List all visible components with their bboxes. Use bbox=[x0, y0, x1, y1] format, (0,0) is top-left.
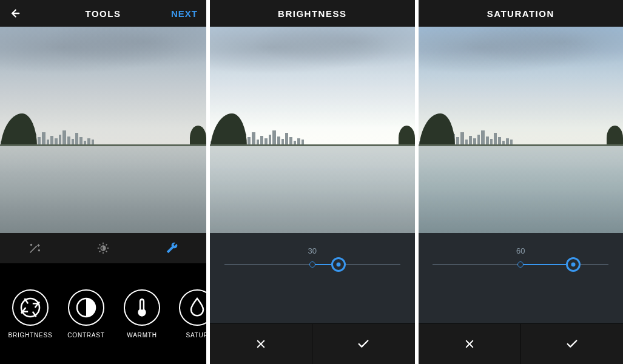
next-button[interactable]: NEXT bbox=[171, 8, 198, 19]
tool-saturation[interactable]: SATUR bbox=[170, 289, 206, 339]
saturation-screen: SATURATION 60 bbox=[419, 0, 624, 364]
slider-area: 60 bbox=[419, 233, 624, 323]
tool-label: SATUR bbox=[186, 332, 206, 339]
tools-screen: TOOLS NEXT bbox=[0, 0, 206, 364]
check-icon bbox=[565, 337, 579, 351]
svg-line-11 bbox=[106, 244, 107, 246]
slider-origin-icon bbox=[309, 261, 315, 268]
slider-value: 60 bbox=[516, 246, 525, 255]
tab-magic[interactable] bbox=[0, 233, 69, 263]
action-row bbox=[419, 323, 624, 364]
header-title: TOOLS bbox=[86, 8, 121, 19]
svg-line-9 bbox=[99, 244, 101, 246]
confirm-button[interactable] bbox=[312, 324, 414, 364]
tool-brightness[interactable]: BRIGHTNESS bbox=[2, 289, 58, 339]
header: SATURATION bbox=[419, 0, 624, 27]
slider-area: 30 bbox=[210, 233, 415, 323]
thermometer-icon bbox=[124, 289, 160, 326]
slider-value: 30 bbox=[308, 246, 317, 255]
header-title: BRIGHTNESS bbox=[278, 8, 346, 19]
brightness-slider[interactable] bbox=[224, 264, 400, 265]
tool-warmth[interactable]: WARMTH bbox=[114, 289, 170, 339]
svg-point-2 bbox=[30, 244, 32, 246]
photo-preview bbox=[210, 27, 415, 233]
mode-tabs bbox=[0, 233, 206, 264]
sun-contrast-icon bbox=[96, 241, 110, 255]
slider-origin-icon bbox=[517, 261, 524, 268]
saturation-slider[interactable] bbox=[433, 264, 608, 265]
tool-label: BRIGHTNESS bbox=[8, 332, 52, 339]
magic-wand-icon bbox=[28, 241, 41, 255]
svg-line-12 bbox=[99, 251, 101, 252]
svg-rect-21 bbox=[141, 300, 143, 309]
contrast-icon bbox=[68, 289, 104, 326]
aperture-icon bbox=[12, 289, 49, 326]
tools-list[interactable]: BRIGHTNESS CONTRAST WARMTH SATUR bbox=[0, 264, 206, 364]
brightness-screen: BRIGHTNESS 30 bbox=[210, 0, 415, 364]
close-icon bbox=[464, 339, 475, 349]
cancel-button[interactable] bbox=[419, 324, 520, 364]
tool-label: CONTRAST bbox=[67, 332, 104, 339]
photo-preview bbox=[0, 27, 206, 233]
svg-point-3 bbox=[38, 250, 39, 251]
back-button[interactable] bbox=[7, 7, 21, 20]
confirm-button[interactable] bbox=[521, 324, 623, 364]
header-title: SATURATION bbox=[487, 8, 554, 19]
check-icon bbox=[357, 337, 370, 351]
header: TOOLS NEXT bbox=[0, 0, 206, 27]
saturation-icon bbox=[179, 289, 206, 326]
header: BRIGHTNESS bbox=[210, 0, 415, 27]
photo-preview bbox=[419, 27, 624, 233]
svg-line-10 bbox=[106, 251, 107, 252]
tab-tools[interactable] bbox=[138, 233, 206, 263]
slider-knob[interactable] bbox=[331, 257, 346, 272]
slider-knob[interactable] bbox=[566, 257, 581, 272]
action-row bbox=[210, 323, 415, 364]
svg-line-1 bbox=[30, 246, 36, 252]
tab-lux[interactable] bbox=[69, 233, 137, 263]
tool-contrast[interactable]: CONTRAST bbox=[58, 289, 114, 339]
tool-label: WARMTH bbox=[127, 332, 157, 339]
back-arrow-icon bbox=[7, 7, 21, 20]
svg-point-13 bbox=[21, 298, 39, 317]
close-icon bbox=[255, 339, 266, 349]
cancel-button[interactable] bbox=[210, 324, 312, 364]
next-label: NEXT bbox=[171, 8, 198, 19]
wrench-icon bbox=[165, 241, 178, 255]
